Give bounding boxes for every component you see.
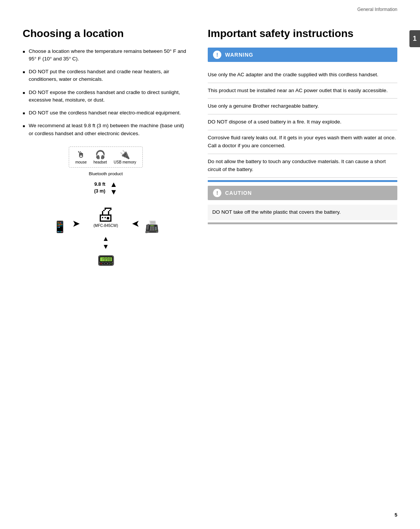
right-arrow: ➤ xyxy=(132,219,139,229)
chapter-number: 1 xyxy=(413,35,417,42)
bullet-item-5: We recommend at least 9.8 ft (3 m) betwe… xyxy=(23,122,189,137)
device-headset: 🎧 headset xyxy=(93,151,107,164)
center-row: 📱 ➤ 🖨 (MFC-845CW) ➤ 📠 xyxy=(53,199,159,233)
left-section-title: Choosing a location xyxy=(23,27,189,40)
phone-right-icon: 📠 xyxy=(145,221,159,233)
chapter-tab: 1 xyxy=(409,30,420,47)
left-column: Choosing a location Choose a location wh… xyxy=(23,27,189,269)
left-phone: 📱 xyxy=(53,220,67,233)
bullet-list: Choose a location where the temperature … xyxy=(23,48,189,137)
bullet-item-1: Choose a location where the temperature … xyxy=(23,48,189,63)
right-phone: 📠 xyxy=(145,220,159,233)
page-footer: 5 xyxy=(395,512,397,518)
headset-icon: 🎧 xyxy=(95,151,105,159)
printer-label: (MFC-845CW) xyxy=(94,224,118,228)
printer-center: 🖨 (MFC-845CW) xyxy=(94,205,118,228)
microwave-icon: 📟 xyxy=(97,252,115,269)
warning-icon: ! xyxy=(213,51,221,59)
usb-icon: 🔌 xyxy=(120,151,130,159)
distance-label: 9.8 ft(3 m) xyxy=(94,181,105,194)
vertical-arrow: ▲ ▼ xyxy=(110,180,117,196)
bullet-item-3: DO NOT expose the cordless handset and c… xyxy=(23,89,189,104)
diagram-wrapper: 🖱 mouse 🎧 headset 🔌 USB memory xyxy=(53,147,159,269)
bottom-section: ▲▼ 📟 xyxy=(53,235,159,269)
bluetooth-box: 🖱 mouse 🎧 headset 🔌 USB memory xyxy=(69,147,142,168)
caution-bottom-bar xyxy=(208,222,397,224)
device-usb: 🔌 USB memory xyxy=(114,151,136,164)
caution-banner: ! CAUTION xyxy=(208,186,397,200)
caution-icon: ! xyxy=(213,189,221,197)
page-header: General Information xyxy=(0,0,420,16)
warning-item-2: This product must be installed near an A… xyxy=(208,83,397,99)
bottom-arrow: ▲▼ xyxy=(102,235,109,251)
caution-section: DO NOT take off the white plastic that c… xyxy=(208,205,397,220)
device-mouse: 🖱 mouse xyxy=(75,151,86,164)
right-section-title: Important safety instructions xyxy=(208,27,397,40)
page-number: 5 xyxy=(395,512,397,518)
warning-label: WARNING xyxy=(225,52,253,58)
mouse-icon: 🖱 xyxy=(77,151,85,159)
blue-divider xyxy=(208,180,397,182)
warning-item-1: Use only the AC adapter and the cradle s… xyxy=(208,67,397,83)
warning-item-5: Corrosive fluid rarely leaks out. If it … xyxy=(208,130,397,154)
warning-item-3: Use only a genuine Brother rechargeable … xyxy=(208,99,397,114)
warning-banner: ! WARNING xyxy=(208,48,397,62)
caution-label: CAUTION xyxy=(225,190,252,196)
left-arrow: ➤ xyxy=(73,219,79,229)
bullet-item-2: DO NOT put the cordless handset and crad… xyxy=(23,68,189,83)
phone-left-icon: 📱 xyxy=(53,221,67,233)
warning-item-4: DO NOT dispose of a used battery in a fi… xyxy=(208,114,397,130)
header-title: General Information xyxy=(357,7,397,12)
bluetooth-label: Bluetooth product xyxy=(89,171,123,176)
bullet-item-4: DO NOT use the cordless handset near ele… xyxy=(23,109,189,117)
printer-icon: 🖨 xyxy=(96,205,115,224)
main-content: Choosing a location Choose a location wh… xyxy=(0,16,420,284)
right-column: Important safety instructions ! WARNING … xyxy=(204,27,397,269)
warning-item-6: Do not allow the battery to touch any co… xyxy=(208,154,397,178)
diagram-area: 🖱 mouse 🎧 headset 🔌 USB memory xyxy=(23,147,189,269)
